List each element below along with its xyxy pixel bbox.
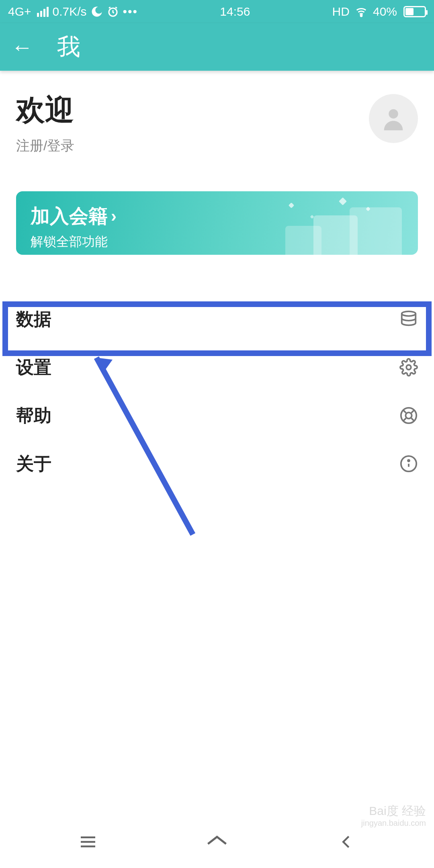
page-title: 我 [57,31,80,63]
status-time: 14:56 [220,5,250,18]
back-nav-icon[interactable] [335,831,357,853]
profile-section: 欢迎 注册/登录 [0,71,434,167]
menu-item-help[interactable]: 帮助 [0,391,434,440]
app-header: ← 我 [0,23,434,71]
menu-item-data[interactable]: 数据 [0,295,434,343]
menu-item-about[interactable]: 关于 [0,440,434,488]
svg-point-11 [408,460,409,461]
svg-point-4 [389,109,398,119]
signal-icon [37,7,49,17]
svg-point-1 [95,7,102,14]
menu-icon[interactable] [77,831,99,853]
gear-icon [399,358,418,377]
bottom-nav [0,816,434,868]
menu-label: 设置 [16,356,51,379]
alarm-icon [107,6,119,18]
lifebuoy-icon [399,406,418,425]
menu-label: 关于 [16,452,51,476]
avatar[interactable] [369,94,418,143]
info-icon [399,454,418,473]
more-icon: ••• [123,5,138,18]
membership-title: 加入会籍 [31,203,108,229]
welcome-label: 欢迎 [16,91,74,129]
svg-point-3 [360,15,362,16]
battery-percent: 40% [373,5,397,18]
menu-list: 数据 设置 帮助 关于 [0,295,434,488]
wifi-icon [354,6,368,18]
menu-item-settings[interactable]: 设置 [0,343,434,391]
menu-label: 数据 [16,307,51,331]
login-link[interactable]: 注册/登录 [16,137,74,155]
chevron-right-icon: › [111,207,117,226]
network-speed: 0.7K/s [53,5,87,18]
network-type: 4G+ [8,5,31,18]
database-icon [399,310,418,328]
svg-point-8 [405,412,411,418]
person-icon [379,104,407,133]
membership-banner[interactable]: 加入会籍 › 解锁全部功能 [16,191,418,255]
menu-label: 帮助 [16,404,51,428]
status-bar: 4G+ 0.7K/s ••• 14:56 HD 40% [0,0,434,23]
svg-point-6 [406,365,411,370]
moon-icon [91,6,103,18]
svg-point-5 [402,311,416,316]
hd-indicator: HD [332,5,350,18]
home-icon[interactable] [205,830,229,854]
battery-icon [402,6,426,17]
back-button[interactable]: ← [11,35,33,59]
